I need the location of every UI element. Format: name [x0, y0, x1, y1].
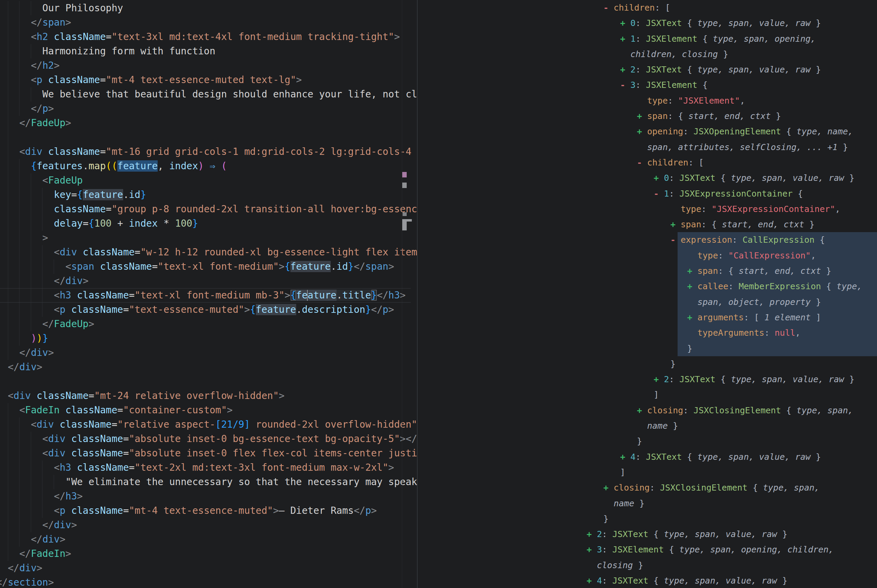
- code-line[interactable]: [0, 130, 417, 145]
- ast-node-row[interactable]: type: "JSXExpressionContainer",: [417, 201, 877, 217]
- ast-node-row[interactable]: name }: [417, 496, 877, 511]
- ast-node-row[interactable]: }: [417, 356, 877, 372]
- ast-node-row[interactable]: +arguments: [ 1 element ]: [417, 310, 877, 325]
- ast-node-row[interactable]: closing }: [417, 558, 877, 573]
- ast-node-row[interactable]: }: [417, 341, 877, 356]
- expand-toggle-icon[interactable]: +: [654, 372, 664, 387]
- ast-node-row[interactable]: +opening: JSXOpeningElement { type, name…: [417, 124, 877, 139]
- ast-node-row[interactable]: }: [417, 434, 877, 449]
- expand-toggle-icon[interactable]: +: [687, 263, 697, 279]
- ast-node-row[interactable]: +0: JSXText { type, span, value, raw }: [417, 15, 877, 31]
- ast-node-row[interactable]: +2: JSXText { type, span, value, raw }: [417, 372, 877, 387]
- collapse-toggle-icon[interactable]: -: [620, 77, 631, 93]
- ast-node-row[interactable]: +0: JSXText { type, span, value, raw }: [417, 170, 877, 186]
- ast-node-row[interactable]: ]: [417, 387, 877, 402]
- code-line[interactable]: <h3 className="text-2xl md:text-3xl font…: [0, 460, 417, 475]
- code-line[interactable]: </p>: [0, 102, 417, 116]
- code-line[interactable]: <FadeUp: [0, 173, 417, 188]
- code-line[interactable]: Harmonizing form with function: [0, 44, 417, 58]
- ast-node-row[interactable]: +4: JSXText { type, span, value, raw }: [417, 573, 877, 588]
- code-line[interactable]: >: [0, 231, 417, 245]
- ast-node-row[interactable]: +span: { start, end, ctxt }: [417, 108, 877, 124]
- code-line[interactable]: {features.map((feature, index) ⇒ (: [0, 159, 417, 173]
- expand-toggle-icon[interactable]: +: [620, 62, 631, 77]
- code-line[interactable]: </div>: [0, 532, 417, 547]
- expand-toggle-icon[interactable]: +: [587, 526, 597, 542]
- code-line-current[interactable]: <h3 className="text-xl font-medium mb-3"…: [0, 288, 417, 303]
- code-line[interactable]: <FadeIn className="container-custom">: [0, 403, 417, 417]
- ast-node-row[interactable]: span, object, property }: [417, 294, 877, 310]
- ast-node-row[interactable]: name }: [417, 418, 877, 434]
- ast-node-row[interactable]: +3: JSXElement { type, span, opening, ch…: [417, 542, 877, 557]
- ast-node-row[interactable]: +span: { start, end, ctxt }: [417, 217, 877, 232]
- code-line[interactable]: </h2>: [0, 58, 417, 73]
- code-line[interactable]: <span className="text-xl font-medium">{f…: [0, 260, 417, 274]
- code-line[interactable]: "We eliminate the unnecessary so that th…: [0, 475, 417, 489]
- collapse-toggle-icon[interactable]: -: [654, 186, 664, 201]
- code-line[interactable]: [0, 374, 417, 389]
- ast-node-row[interactable]: +closing: JSXClosingElement { type, span…: [417, 403, 877, 418]
- expand-toggle-icon[interactable]: +: [687, 310, 697, 325]
- code-line[interactable]: </FadeUp>: [0, 317, 417, 331]
- expand-toggle-icon[interactable]: +: [620, 449, 631, 465]
- code-line[interactable]: We believe that beautiful design should …: [0, 87, 417, 102]
- code-line[interactable]: </div>: [0, 346, 417, 360]
- code-line[interactable]: </section>: [0, 575, 417, 588]
- ast-node-row[interactable]: +closing: JSXClosingElement { type, span…: [417, 480, 877, 495]
- ast-node-row[interactable]: +2: JSXText { type, span, value, raw }: [417, 526, 877, 542]
- code-line[interactable]: delay={100 + index * 100}: [0, 216, 417, 231]
- code-line[interactable]: ))}: [0, 331, 417, 346]
- ast-node-row[interactable]: -children: [: [417, 155, 877, 170]
- code-line[interactable]: <p className="text-essence-muted">{featu…: [0, 303, 417, 317]
- code-line[interactable]: </span>: [0, 15, 417, 30]
- code-line[interactable]: </div>: [0, 561, 417, 575]
- expand-toggle-icon[interactable]: +: [637, 108, 647, 124]
- code-line[interactable]: <div className="relative aspect-[21/9] r…: [0, 417, 417, 432]
- expand-toggle-icon[interactable]: +: [670, 217, 681, 232]
- code-line[interactable]: <div className="mt-16 grid grid-cols-1 m…: [0, 145, 417, 159]
- ast-node-row[interactable]: typeArguments: null,: [417, 325, 877, 340]
- expand-toggle-icon[interactable]: +: [637, 403, 647, 418]
- ast-node-row[interactable]: type: "JSXElement",: [417, 93, 877, 108]
- code-line[interactable]: key={feature.id}: [0, 188, 417, 202]
- ast-node-row[interactable]: +4: JSXText { type, span, value, raw }: [417, 449, 877, 465]
- collapse-toggle-icon[interactable]: -: [670, 232, 681, 248]
- ast-node-row[interactable]: -children: [: [417, 0, 877, 15]
- code-line[interactable]: className="group p-8 rounded-2xl transit…: [0, 202, 417, 216]
- code-line[interactable]: Our Philosophy: [0, 1, 417, 15]
- expand-toggle-icon[interactable]: +: [687, 279, 697, 294]
- ast-node-row[interactable]: +2: JSXText { type, span, value, raw }: [417, 62, 877, 77]
- code-line[interactable]: <p className="mt-4 text-essence-muted te…: [0, 73, 417, 87]
- expand-toggle-icon[interactable]: +: [620, 31, 631, 46]
- code-line[interactable]: </div>: [0, 360, 417, 374]
- collapse-toggle-icon[interactable]: -: [637, 155, 647, 170]
- expand-toggle-icon[interactable]: +: [637, 124, 647, 139]
- code-line[interactable]: <div className="absolute inset-0 bg-esse…: [0, 432, 417, 446]
- ast-node-row[interactable]: children, closing }: [417, 46, 877, 62]
- ast-node-row[interactable]: span, attributes, selfClosing, ... +1 }: [417, 140, 877, 155]
- ast-node-row[interactable]: type: "CallExpression",: [417, 248, 877, 263]
- ast-node-row[interactable]: +1: JSXElement { type, span, opening,: [417, 31, 877, 46]
- code-line[interactable]: <p className="mt-4 text-essence-muted">—…: [0, 504, 417, 518]
- collapse-toggle-icon[interactable]: -: [604, 0, 614, 15]
- ast-node-row[interactable]: +callee: MemberExpression { type,: [417, 279, 877, 294]
- ast-tree-panel[interactable]: -children: [+0: JSXText { type, span, va…: [417, 0, 877, 588]
- code-editor-panel[interactable]: Our Philosophy </span> <h2 className="te…: [0, 0, 417, 588]
- code-line[interactable]: <div className="w-12 h-12 rounded-xl bg-…: [0, 245, 417, 260]
- code-line[interactable]: </div>: [0, 274, 417, 288]
- ast-node-row[interactable]: }: [417, 511, 877, 526]
- expand-toggle-icon[interactable]: +: [604, 480, 614, 495]
- ast-node-row[interactable]: +span: { start, end, ctxt }: [417, 263, 877, 279]
- code-line[interactable]: <div className="absolute inset-0 flex fl…: [0, 446, 417, 460]
- code-line[interactable]: </div>: [0, 518, 417, 532]
- code-line[interactable]: <div className="mt-24 relative overflow-…: [0, 389, 417, 403]
- expand-toggle-icon[interactable]: +: [620, 15, 631, 31]
- ast-node-row[interactable]: -expression: CallExpression {: [417, 232, 877, 248]
- expand-toggle-icon[interactable]: +: [587, 542, 597, 557]
- code-line[interactable]: <h2 className="text-3xl md:text-4xl font…: [0, 30, 417, 44]
- ast-node-row[interactable]: -1: JSXExpressionContainer {: [417, 186, 877, 201]
- code-line[interactable]: </h3>: [0, 489, 417, 504]
- expand-toggle-icon[interactable]: +: [654, 170, 664, 186]
- ast-node-row[interactable]: -3: JSXElement {: [417, 77, 877, 93]
- code-line[interactable]: </FadeUp>: [0, 116, 417, 130]
